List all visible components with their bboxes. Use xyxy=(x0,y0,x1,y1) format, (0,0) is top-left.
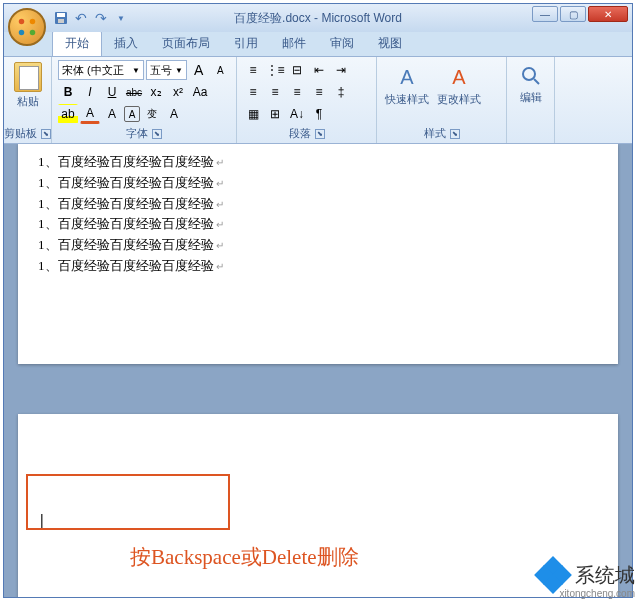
svg-rect-5 xyxy=(57,13,65,17)
quick-styles-icon: A xyxy=(392,62,422,92)
shading-button[interactable]: ▦ xyxy=(243,104,263,124)
editing-button[interactable]: 编辑 xyxy=(520,90,542,105)
change-styles-icon: A xyxy=(444,62,474,92)
doc-line[interactable]: 1、百度经验百度经验百度经验 xyxy=(38,152,598,173)
superscript-button[interactable]: x² xyxy=(168,82,188,102)
italic-button[interactable]: I xyxy=(80,82,100,102)
paragraph-launcher[interactable]: ⬊ xyxy=(315,129,325,139)
svg-point-7 xyxy=(523,68,535,80)
strike-button[interactable]: abc xyxy=(124,82,144,102)
find-icon xyxy=(519,64,543,88)
font-label: 字体 xyxy=(126,126,148,141)
multilevel-button[interactable]: ⊟ xyxy=(287,60,307,80)
save-button[interactable] xyxy=(52,9,70,27)
doc-line[interactable]: 1、百度经验百度经验百度经验 xyxy=(38,173,598,194)
watermark-url: xitongcheng.com xyxy=(559,588,635,599)
doc-line[interactable]: 1、百度经验百度经验百度经验 xyxy=(38,194,598,215)
styles-group: A 快速样式 A 更改样式 样式⬊ xyxy=(377,57,507,143)
styles-label: 样式 xyxy=(424,126,446,141)
paste-button[interactable]: 粘贴 xyxy=(10,60,45,111)
office-button[interactable] xyxy=(8,8,46,46)
paste-label: 粘贴 xyxy=(17,94,39,109)
annotation-box xyxy=(26,474,230,530)
indent-left-button[interactable]: ⇤ xyxy=(309,60,329,80)
font-launcher[interactable]: ⬊ xyxy=(152,129,162,139)
change-styles-button[interactable]: A 更改样式 xyxy=(435,60,483,109)
tab-view[interactable]: 视图 xyxy=(366,31,414,56)
subscript-button[interactable]: x₂ xyxy=(146,82,166,102)
clipboard-label: 剪贴板 xyxy=(4,126,37,141)
window-controls: ― ▢ ✕ xyxy=(532,6,628,22)
svg-point-3 xyxy=(30,30,36,36)
window-title: 百度经验.docx - Microsoft Word xyxy=(234,10,402,27)
paragraph-group: ≡ ⋮≡ ⊟ ⇤ ⇥ ≡ ≡ ≡ ≡ ‡ ▦ ⊞ A↓ ¶ xyxy=(237,57,377,143)
svg-point-2 xyxy=(19,30,25,36)
bold-button[interactable]: B xyxy=(58,82,78,102)
watermark: 系统城 xyxy=(537,559,635,591)
ribbon-tabs: 开始 插入 页面布局 引用 邮件 审阅 视图 xyxy=(52,32,632,56)
svg-rect-6 xyxy=(58,19,64,23)
font-group: 宋体 (中文正▼ 五号▼ A A B I U abc x₂ x² Aa ab A xyxy=(52,57,237,143)
undo-button[interactable]: ↶ xyxy=(72,9,90,27)
text-cursor: | xyxy=(40,512,44,528)
bullets-button[interactable]: ≡ xyxy=(243,60,263,80)
font-name-combo[interactable]: 宋体 (中文正▼ xyxy=(58,60,144,80)
quick-access-toolbar: ↶ ↷ ▼ xyxy=(52,9,130,27)
paragraph-label: 段落 xyxy=(289,126,311,141)
doc-line[interactable]: 1、百度经验百度经验百度经验 xyxy=(38,214,598,235)
show-marks-button[interactable]: ¶ xyxy=(309,104,329,124)
document-area[interactable]: 1、百度经验百度经验百度经验 1、百度经验百度经验百度经验 1、百度经验百度经验… xyxy=(4,144,632,597)
numbering-button[interactable]: ⋮≡ xyxy=(265,60,285,80)
instruction-text: 按Backspace或Delete删除 xyxy=(130,543,359,571)
styles-launcher[interactable]: ⬊ xyxy=(450,129,460,139)
clipboard-group: 粘贴 剪贴板⬊ xyxy=(4,57,52,143)
quick-styles-button[interactable]: A 快速样式 xyxy=(383,60,431,109)
tab-references[interactable]: 引用 xyxy=(222,31,270,56)
shrink-font-button[interactable]: A xyxy=(210,60,230,80)
char-border-button[interactable]: A xyxy=(124,106,140,122)
borders-button[interactable]: ⊞ xyxy=(265,104,285,124)
doc-line[interactable]: 1、百度经验百度经验百度经验 xyxy=(38,235,598,256)
svg-point-0 xyxy=(19,19,25,25)
svg-point-1 xyxy=(30,19,36,25)
watermark-brand: 系统城 xyxy=(575,562,635,589)
word-window: ↶ ↷ ▼ 百度经验.docx - Microsoft Word ― ▢ ✕ 开… xyxy=(3,3,633,598)
tab-review[interactable]: 审阅 xyxy=(318,31,366,56)
paste-icon xyxy=(14,62,42,92)
close-button[interactable]: ✕ xyxy=(588,6,628,22)
doc-line[interactable]: 1、百度经验百度经验百度经验 xyxy=(38,256,598,277)
sort-button[interactable]: A↓ xyxy=(287,104,307,124)
justify-button[interactable]: ≡ xyxy=(309,82,329,102)
title-bar: ↶ ↷ ▼ 百度经验.docx - Microsoft Word ― ▢ ✕ xyxy=(4,4,632,32)
clipboard-launcher[interactable]: ⬊ xyxy=(41,129,51,139)
font-size-combo[interactable]: 五号▼ xyxy=(146,60,187,80)
tab-layout[interactable]: 页面布局 xyxy=(150,31,222,56)
phonetic-button[interactable]: 变 xyxy=(142,104,162,124)
change-case-button[interactable]: Aa xyxy=(190,82,210,102)
tab-insert[interactable]: 插入 xyxy=(102,31,150,56)
indent-right-button[interactable]: ⇥ xyxy=(331,60,351,80)
minimize-button[interactable]: ― xyxy=(532,6,558,22)
char-shading-button[interactable]: A xyxy=(102,104,122,124)
redo-button[interactable]: ↷ xyxy=(92,9,110,27)
highlight-button[interactable]: ab xyxy=(58,104,78,124)
watermark-logo xyxy=(537,559,569,591)
editing-group: 编辑 xyxy=(507,57,555,143)
page-1[interactable]: 1、百度经验百度经验百度经验 1、百度经验百度经验百度经验 1、百度经验百度经验… xyxy=(18,144,618,364)
maximize-button[interactable]: ▢ xyxy=(560,6,586,22)
line-spacing-button[interactable]: ‡ xyxy=(331,82,351,102)
tab-home[interactable]: 开始 xyxy=(52,30,102,56)
clear-format-button[interactable]: A xyxy=(164,104,184,124)
font-color-button[interactable]: A xyxy=(80,104,100,124)
qat-dropdown[interactable]: ▼ xyxy=(112,9,130,27)
underline-button[interactable]: U xyxy=(102,82,122,102)
ribbon: 粘贴 剪贴板⬊ 宋体 (中文正▼ 五号▼ A A B I U abc x₂ x² xyxy=(4,56,632,144)
tab-mail[interactable]: 邮件 xyxy=(270,31,318,56)
svg-line-8 xyxy=(534,79,539,84)
align-right-button[interactable]: ≡ xyxy=(287,82,307,102)
grow-font-button[interactable]: A xyxy=(189,60,209,80)
align-left-button[interactable]: ≡ xyxy=(243,82,263,102)
align-center-button[interactable]: ≡ xyxy=(265,82,285,102)
